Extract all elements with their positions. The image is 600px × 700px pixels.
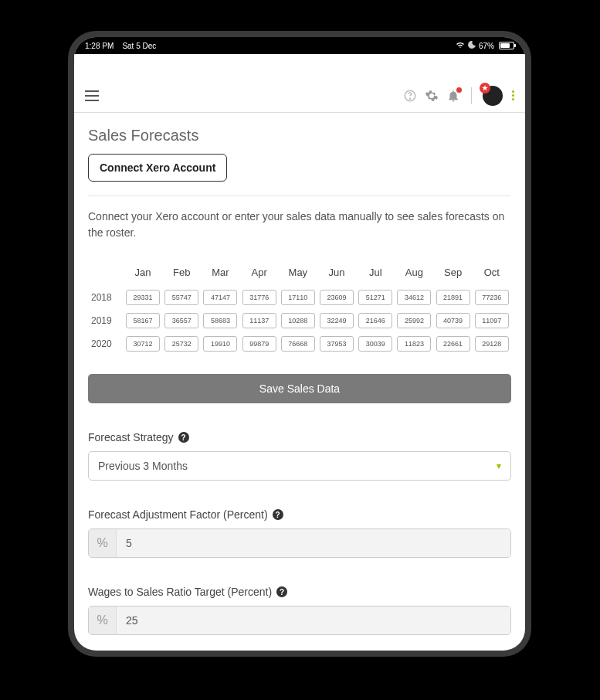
col-header: Jul	[356, 263, 395, 286]
menu-icon[interactable]	[85, 90, 99, 101]
year-label: 2020	[88, 332, 124, 355]
sales-cell-input[interactable]	[436, 313, 470, 328]
status-left: 1:28 PM Sat 5 Dec	[85, 42, 156, 50]
forecast-strategy-label: Forecast Strategy	[88, 431, 174, 443]
sales-cell-input[interactable]	[281, 290, 315, 305]
status-date: Sat 5 Dec	[122, 42, 156, 50]
wages-ratio-label: Wages to Sales Ratio Target (Percent)	[88, 586, 272, 598]
table-header-row: Jan Feb Mar Apr May Jun Jul Aug Sep Oct	[88, 263, 511, 286]
sales-cell-input[interactable]	[397, 290, 431, 305]
avatar[interactable]	[483, 86, 503, 106]
select-value: Previous 3 Months	[98, 460, 188, 472]
help-icon[interactable]: ?	[178, 432, 189, 443]
sales-cell-input[interactable]	[126, 290, 160, 305]
percent-icon: %	[89, 529, 117, 557]
sales-cell-input[interactable]	[320, 290, 354, 305]
sales-cell-input[interactable]	[203, 313, 237, 328]
save-sales-button[interactable]: Save Sales Data	[88, 374, 511, 403]
page-title: Sales Forecasts	[88, 127, 511, 144]
wages-ratio-input[interactable]	[117, 607, 510, 634]
more-icon[interactable]	[512, 90, 514, 100]
page-description: Connect your Xero account or enter your …	[88, 209, 511, 241]
table-row: 2019	[88, 309, 511, 332]
connect-xero-button[interactable]: Connect Xero Account	[88, 154, 227, 182]
sales-cell-input[interactable]	[475, 290, 509, 305]
table-row: 2020	[88, 332, 511, 355]
help-icon[interactable]: ?	[276, 586, 287, 597]
col-header: Jan	[124, 263, 162, 286]
titlebar-spacer	[74, 54, 525, 79]
sales-cell-input[interactable]	[358, 313, 392, 328]
battery-percent: 67%	[479, 42, 494, 50]
help-icon[interactable]	[403, 89, 417, 103]
wages-ratio-block: Wages to Sales Ratio Target (Percent) ? …	[88, 586, 511, 635]
sales-cell-input[interactable]	[358, 290, 392, 305]
battery-icon	[499, 42, 514, 49]
sales-cell-input[interactable]	[242, 290, 276, 305]
tablet-frame: 1:28 PM Sat 5 Dec 67%	[68, 31, 531, 657]
sales-cell-input[interactable]	[281, 336, 315, 352]
year-label: 2019	[88, 309, 124, 332]
divider	[88, 195, 511, 196]
year-label: 2018	[88, 286, 124, 309]
content: Sales Forecasts Connect Xero Account Con…	[74, 113, 525, 651]
sales-cell-input[interactable]	[126, 336, 160, 352]
sales-cell-input[interactable]	[358, 336, 392, 352]
adjustment-block: Forecast Adjustment Factor (Percent) ? %	[88, 508, 511, 558]
moon-icon	[468, 41, 476, 50]
table-row: 2018	[88, 286, 511, 309]
col-header: Feb	[162, 263, 201, 286]
sales-cell-input[interactable]	[203, 336, 237, 352]
sales-cell-input[interactable]	[126, 313, 160, 328]
divider	[471, 87, 472, 104]
sales-cell-input[interactable]	[320, 336, 354, 352]
col-header: Jun	[317, 263, 356, 286]
col-header: Apr	[240, 263, 279, 286]
sales-cell-input[interactable]	[320, 313, 354, 328]
status-bar: 1:28 PM Sat 5 Dec 67%	[74, 37, 525, 54]
sales-cell-input[interactable]	[242, 336, 276, 352]
col-header: Mar	[201, 263, 239, 286]
adjustment-input[interactable]	[117, 529, 510, 557]
status-time: 1:28 PM	[85, 42, 114, 50]
notification-badge	[456, 87, 462, 93]
adjustment-label: Forecast Adjustment Factor (Percent)	[88, 508, 268, 521]
sales-cell-input[interactable]	[281, 313, 315, 328]
tablet-screen: 1:28 PM Sat 5 Dec 67%	[74, 37, 525, 651]
sales-cell-input[interactable]	[164, 313, 198, 328]
sales-cell-input[interactable]	[436, 336, 470, 352]
col-header: Oct	[473, 263, 511, 286]
col-header: Aug	[395, 263, 433, 286]
sales-cell-input[interactable]	[436, 290, 470, 305]
forecast-strategy-block: Forecast Strategy ? Previous 3 Months ▾	[88, 431, 511, 481]
status-right: 67%	[456, 41, 514, 50]
sales-cell-input[interactable]	[242, 313, 276, 328]
col-header: Sep	[434, 263, 473, 286]
chevron-down-icon: ▾	[497, 460, 501, 471]
bell-icon[interactable]	[446, 89, 460, 103]
svg-point-1	[409, 98, 410, 99]
help-icon[interactable]: ?	[273, 509, 283, 520]
percent-icon: %	[89, 607, 117, 634]
sales-cell-input[interactable]	[397, 336, 431, 352]
app-header	[74, 79, 525, 113]
sales-cell-input[interactable]	[203, 290, 237, 305]
avatar-badge	[480, 83, 490, 93]
sales-cell-input[interactable]	[475, 336, 509, 352]
sales-cell-input[interactable]	[397, 313, 431, 328]
wifi-icon	[456, 41, 465, 50]
sales-cell-input[interactable]	[475, 313, 509, 328]
sales-cell-input[interactable]	[164, 336, 198, 352]
forecast-strategy-select[interactable]: Previous 3 Months ▾	[88, 451, 511, 481]
col-header: May	[279, 263, 317, 286]
sales-cell-input[interactable]	[164, 290, 198, 305]
sales-table: Jan Feb Mar Apr May Jun Jul Aug Sep Oct	[88, 263, 511, 355]
gear-icon[interactable]	[425, 89, 439, 103]
